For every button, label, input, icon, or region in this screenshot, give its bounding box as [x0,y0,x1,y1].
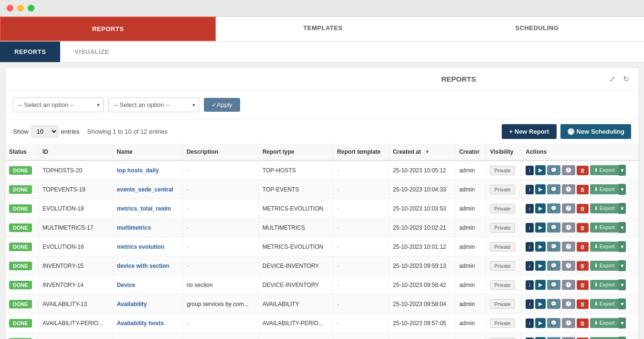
comment-button[interactable]: 💬 [547,165,560,175]
export-dropdown-button[interactable]: ▾ [619,260,626,271]
comment-button[interactable]: 💬 [547,203,560,213]
export-button[interactable]: ⬇ Export [590,261,619,271]
delete-button[interactable]: 🗑 [577,280,589,290]
play-button[interactable]: ▶ [535,184,546,194]
comment-button[interactable]: 💬 [547,280,560,290]
filter1-wrapper: -- Select an option -- ▾ [13,97,104,112]
export-button[interactable]: ⬇ Export [590,203,619,213]
delete-button[interactable]: 🗑 [577,338,589,339]
comment-button[interactable]: 💬 [547,184,560,194]
delete-button[interactable]: 🗑 [577,261,589,271]
schedule-button[interactable]: 🕐 [562,222,575,233]
comment-button[interactable]: 💬 [547,337,560,339]
play-button[interactable]: ▶ [535,318,546,328]
info-button[interactable]: i [526,261,533,271]
status-badge: DONE [9,223,32,232]
info-button[interactable]: i [526,204,533,213]
export-button[interactable]: ⬇ Export [590,242,619,252]
info-button[interactable]: i [526,242,533,252]
schedule-button[interactable]: 🕐 [562,299,575,309]
schedule-button[interactable]: 🕐 [562,203,575,213]
play-button[interactable]: ▶ [535,165,546,175]
delete-button[interactable]: 🗑 [577,185,589,194]
expand-icon[interactable]: ⤢ [607,74,617,85]
visibility-badge: Private [490,166,515,175]
delete-button[interactable]: 🗑 [577,204,589,213]
comment-button[interactable]: 💬 [547,318,560,328]
maximize-btn[interactable] [28,5,34,11]
cell-creator-4: admin [455,237,486,256]
comment-button[interactable]: 💬 [547,299,560,309]
delete-button[interactable]: 🗑 [577,299,589,309]
export-wrapper: ⬇ Export ▾ [590,279,626,290]
close-btn[interactable] [7,5,13,11]
info-button[interactable]: i [526,318,533,328]
subnav-reports[interactable]: REPORTS [0,42,60,62]
export-button[interactable]: ⬇ Export [590,318,619,328]
minimize-btn[interactable] [17,5,24,11]
schedule-button[interactable]: 🕐 [562,261,575,271]
play-button[interactable]: ▶ [535,242,546,252]
comment-button[interactable]: 💬 [547,242,560,252]
subnav-visualize[interactable]: VISUALIZE [60,42,123,62]
cell-id-5: INVENTORY-15 [38,256,113,275]
new-report-button[interactable]: + New Report [502,124,557,139]
export-button[interactable]: ⬇ Export [590,299,619,309]
apply-button[interactable]: ✓Apply [204,98,240,112]
play-button[interactable]: ▶ [535,261,546,271]
delete-button[interactable]: 🗑 [577,318,589,328]
play-button[interactable]: ▶ [535,280,546,290]
comment-button[interactable]: 💬 [547,261,560,271]
export-button[interactable]: ⬇ Export [590,184,619,194]
tab-reports[interactable]: REPORTS [0,17,216,41]
export-dropdown-button[interactable]: ▾ [619,241,626,252]
play-button[interactable]: ▶ [535,222,546,233]
export-dropdown-button[interactable]: ▾ [619,203,626,214]
play-button[interactable]: ▶ [535,203,546,213]
info-button[interactable]: i [526,280,533,290]
export-button[interactable]: ⬇ Export [590,165,619,175]
action-icons-group: i ▶ 💬 🕐 🗑 ⬇ Export ▾ [526,165,634,176]
info-button[interactable]: i [526,166,533,175]
schedule-button[interactable]: 🕐 [562,184,575,194]
new-scheduling-button[interactable]: 🕐 New Scheduling [560,124,631,139]
refresh-icon[interactable]: ↻ [621,74,631,85]
filter2-select[interactable]: -- Select an option -- [108,97,199,112]
export-dropdown-button[interactable]: ▾ [619,184,626,195]
schedule-button[interactable]: 🕐 [562,280,575,290]
info-button[interactable]: i [526,185,533,194]
filter1-select[interactable]: -- Select an option -- [13,97,104,112]
schedule-button[interactable]: 🕐 [562,242,575,252]
delete-button[interactable]: 🗑 [577,166,589,175]
export-dropdown-button[interactable]: ▾ [619,318,626,328]
cell-report-template-6: - [333,275,389,295]
play-button[interactable]: ▶ [535,299,546,309]
delete-button[interactable]: 🗑 [577,242,589,252]
tab-scheduling[interactable]: SCHEDULING [430,17,644,41]
cell-creator-1: admin [455,180,486,199]
delete-button[interactable]: 🗑 [577,223,589,233]
export-button[interactable]: ⬇ Export [590,222,619,233]
export-button[interactable]: ⬇ Export [590,337,619,339]
export-dropdown-button[interactable]: ▾ [619,337,626,339]
info-button[interactable]: i [526,338,533,339]
play-button[interactable]: ▶ [535,337,546,339]
export-dropdown-button[interactable]: ▾ [619,222,626,233]
schedule-button[interactable]: 🕐 [562,337,575,339]
export-button[interactable]: ⬇ Export [590,280,619,290]
cell-report-type-1: TOP-EVENTS [258,180,333,199]
comment-button[interactable]: 💬 [547,222,560,233]
tab-templates[interactable]: TEMPLATES [216,17,430,41]
export-dropdown-button[interactable]: ▾ [619,298,626,309]
export-dropdown-button[interactable]: ▾ [619,165,626,176]
cell-report-template-1: - [333,180,389,199]
info-button[interactable]: i [526,299,533,309]
export-dropdown-button[interactable]: ▾ [619,279,626,290]
schedule-button[interactable]: 🕐 [562,318,575,328]
col-name: Name [113,144,182,160]
cell-name-8: Availability hosts [113,314,182,333]
info-button[interactable]: i [526,223,533,233]
col-created-at[interactable]: Created at ▼ [389,144,455,160]
entries-select[interactable]: 10 25 50 100 [32,126,58,138]
schedule-button[interactable]: 🕐 [562,165,575,175]
